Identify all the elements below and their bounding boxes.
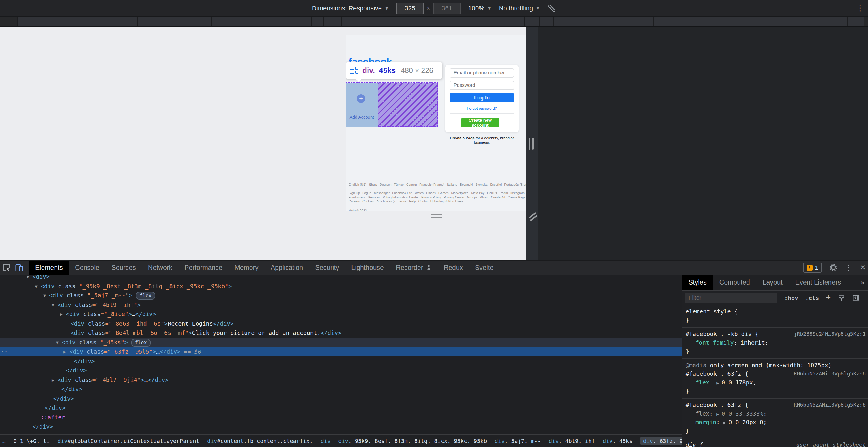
zoom-select[interactable]: 100% ▼ <box>468 5 491 12</box>
expand-arrow-open[interactable]: ▼ <box>56 338 62 348</box>
tab-recorder[interactable]: Recorder <box>390 261 438 275</box>
kebab-menu-icon[interactable]: ⋮ <box>845 263 852 272</box>
footer-link[interactable]: Cookies <box>363 199 374 203</box>
add-account-tile[interactable]: + Add Account <box>346 83 378 127</box>
styles-filter-input[interactable] <box>685 293 777 303</box>
style-line[interactable]: } <box>686 347 868 356</box>
tree-row[interactable]: </div> <box>0 366 682 375</box>
footer-link[interactable]: Services <box>368 195 380 199</box>
footer-link[interactable]: Log In <box>363 191 371 195</box>
email-field[interactable] <box>450 68 514 77</box>
styles-tab-styles[interactable]: Styles <box>682 275 713 290</box>
tree-row[interactable]: ▶<div class="_4bl7 _9ji4">…</div> <box>0 375 682 385</box>
footer-link[interactable]: Ad choices ▷ <box>377 199 395 203</box>
breadcrumb-item[interactable]: div._4bl9._ihf <box>549 438 595 444</box>
tree-row[interactable]: ▼<div class="_95k9 _8esf _8f3m _8ilg _8i… <box>0 282 682 291</box>
language-link[interactable]: Español <box>490 183 501 186</box>
language-link[interactable]: Italiano <box>447 183 457 186</box>
footer-link[interactable]: Marketplace <box>451 191 469 195</box>
style-line[interactable]: margin: ▶ 0 0 20px 0; <box>686 418 868 426</box>
tab-memory[interactable]: Memory <box>228 261 265 275</box>
language-link[interactable]: Français (France) <box>419 183 444 186</box>
tab-console[interactable]: Console <box>69 261 105 275</box>
tree-row[interactable]: ▼<div class="_45ks">flex <box>0 338 682 347</box>
tab-redux[interactable]: Redux <box>438 261 469 275</box>
tree-row[interactable]: </div> <box>0 384 682 394</box>
footer-link[interactable]: Oculus <box>487 191 497 195</box>
footer-link[interactable]: Help <box>409 199 416 203</box>
footer-link[interactable]: Privacy Policy <box>421 195 441 199</box>
tree-row[interactable]: ::after <box>0 413 682 422</box>
expand-arrow-closed[interactable]: ▶ <box>52 376 57 385</box>
expand-arrow-closed[interactable]: ▶ <box>63 347 69 357</box>
forgot-password-link[interactable]: Forgot password? <box>445 106 519 110</box>
issues-badge[interactable]: ! 1 <box>803 263 822 273</box>
collapse-panel-icon[interactable] <box>852 294 860 302</box>
language-link[interactable]: Bosanski <box>460 183 473 186</box>
height-input[interactable]: 361 <box>433 3 461 14</box>
stylesheet-link[interactable]: RH6boN5ZANi…3Wp8lg5Kz:6 <box>794 370 866 378</box>
style-line[interactable]: @media only screen and (max-width: 1075p… <box>686 361 868 370</box>
style-line[interactable]: RH6boN5ZANi…3Wp8lg5Kz:6#facebook ._63fz … <box>686 401 868 409</box>
tab-sources[interactable]: Sources <box>105 261 142 275</box>
tab-svelte[interactable]: Svelte <box>469 261 499 275</box>
style-line[interactable]: } <box>686 316 868 324</box>
footer-link[interactable]: Voting Information Center <box>383 195 419 199</box>
language-link[interactable]: Shqip <box>369 183 377 186</box>
create-account-button[interactable]: Create new account <box>461 118 499 127</box>
styles-tab-computed[interactable]: Computed <box>713 275 756 290</box>
tree-row[interactable]: </div> <box>0 394 682 404</box>
expand-arrow-closed[interactable]: ▶ <box>60 310 66 319</box>
footer-link[interactable]: Games <box>438 191 448 195</box>
tree-row[interactable]: </div> <box>0 403 682 413</box>
viewport-width-resize-handle[interactable] <box>529 137 535 150</box>
footer-link[interactable]: Create Page <box>507 195 525 199</box>
language-link[interactable]: Türkçe <box>394 183 404 186</box>
hover-state-toggle[interactable]: :hov <box>784 294 798 301</box>
viewport-height-resize-handle[interactable] <box>431 214 442 220</box>
rotate-icon[interactable] <box>548 4 556 13</box>
tab-network[interactable]: Network <box>142 261 178 275</box>
footer-link[interactable]: Terms <box>398 199 407 203</box>
tab-elements[interactable]: Elements <box>29 261 69 275</box>
footer-link[interactable]: Portal <box>499 191 508 195</box>
inspect-element-icon[interactable] <box>0 261 13 275</box>
breadcrumb-ellipsis[interactable]: … <box>2 438 5 444</box>
style-line[interactable]: element.style { <box>686 307 868 316</box>
footer-link[interactable]: Careers <box>349 199 360 203</box>
tab-lighthouse[interactable]: Lighthouse <box>345 261 390 275</box>
flex-badge[interactable]: flex <box>136 292 155 300</box>
throttling-select[interactable]: No throttling ▼ <box>499 5 540 12</box>
language-link[interactable]: Deutsch <box>380 183 391 186</box>
flex-badge[interactable]: flex <box>131 339 151 347</box>
footer-link[interactable]: About <box>480 195 489 199</box>
breadcrumb-item[interactable]: div#content.fb_content.clearfix. <box>207 438 313 444</box>
kebab-menu-icon[interactable]: ⋮ <box>856 2 865 14</box>
footer-link[interactable]: Messenger <box>374 191 390 195</box>
language-link[interactable]: English (US) <box>349 183 367 186</box>
language-link[interactable]: Português (Brasil) <box>504 183 526 186</box>
breadcrumb-item[interactable]: div._95k9._8esf._8f3m._8ilg._8icx._95kc.… <box>339 438 487 444</box>
footer-link[interactable]: Create Ad <box>491 195 505 199</box>
breadcrumb-item[interactable]: div <box>320 438 331 444</box>
dimensions-select[interactable]: Dimensions: Responsive ▼ <box>312 5 389 12</box>
footer-link[interactable]: Sign Up <box>349 191 360 195</box>
style-line[interactable]: flex: ▶ 0 0 33.3333%; <box>686 409 868 418</box>
gear-icon[interactable] <box>829 264 837 272</box>
device-toolbar-icon[interactable] <box>13 261 25 275</box>
tree-row[interactable]: <div class="_8e4l mbl _6o _6s _mf">Click… <box>0 328 682 338</box>
create-page-link[interactable]: Create a Page <box>450 136 475 140</box>
styles-tab-layout[interactable]: Layout <box>756 275 789 290</box>
footer-link[interactable]: Watch <box>415 191 424 195</box>
class-toggle[interactable]: .cls <box>805 294 819 301</box>
password-field[interactable] <box>450 81 514 90</box>
stylesheet-link[interactable]: RH6boN5ZANi…3Wp8lg5Kz:6 <box>794 401 866 409</box>
tab-application[interactable]: Application <box>265 261 309 275</box>
style-line[interactable]: } <box>686 426 868 435</box>
tab-security[interactable]: Security <box>309 261 345 275</box>
paint-brush-icon[interactable] <box>838 294 845 302</box>
breadcrumb-item[interactable]: 0_1_\+G._li <box>13 438 50 444</box>
style-line[interactable]: user agent stylesheetdiv { <box>686 440 868 447</box>
style-line[interactable]: flex: ▶ 0 0 178px; <box>686 378 868 387</box>
footer-link[interactable]: Meta Pay <box>471 191 484 195</box>
